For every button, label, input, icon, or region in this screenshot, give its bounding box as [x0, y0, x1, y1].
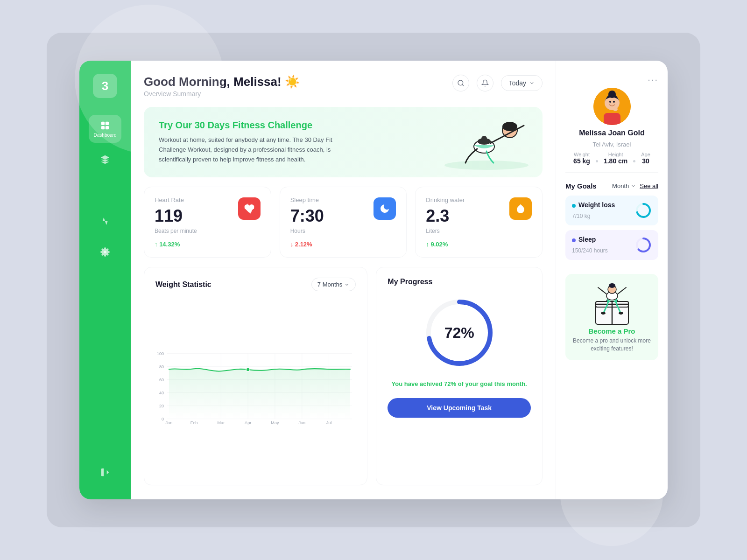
progress-circle: 72%: [422, 295, 497, 370]
svg-text:Jul: Jul: [326, 421, 332, 426]
water-card: Drinking water 2.3 Liters ↑ 9.02%: [415, 187, 543, 258]
heart-rate-icon: [238, 197, 261, 220]
yoga-illustration: [412, 107, 543, 172]
svg-rect-1: [106, 121, 109, 125]
goal-sleep-name: Sleep: [578, 236, 596, 243]
banner-description: Workout at home, suited for anybody at a…: [159, 135, 336, 164]
svg-rect-0: [101, 121, 105, 125]
greeting: Good Morning, Melissa! ☀️: [144, 75, 300, 89]
svg-point-48: [613, 107, 618, 111]
avatar-svg: [593, 88, 631, 125]
goals-section: My Goals Month See all Weight l: [565, 182, 658, 265]
svg-point-44: [608, 91, 616, 98]
heart-rate-change: ↑ 14.32%: [155, 241, 261, 248]
pro-illustration: [573, 281, 651, 323]
goal-sleep-dot: [572, 238, 576, 242]
stat-dot-1: [596, 160, 598, 162]
banner-title: Try Our 30 Days Fitness Challenge: [159, 120, 336, 131]
dashboard-icon: [100, 120, 110, 131]
svg-text:0: 0: [162, 417, 164, 421]
sidebar-bottom: [89, 458, 121, 486]
stat-dot-2: [633, 160, 635, 162]
pro-card: Become a Pro Become a pro and unlock mor…: [565, 274, 658, 360]
progress-description: You have achived 72% of your goal this m…: [392, 379, 527, 389]
sidebar-item-logout[interactable]: [89, 458, 121, 486]
pro-title: Become a Pro: [573, 327, 651, 335]
svg-text:May: May: [271, 421, 279, 426]
goals-chevron-icon: [631, 183, 636, 189]
sleep-sub: Hours: [290, 228, 396, 234]
avatar: [593, 88, 631, 125]
svg-text:Jun: Jun: [298, 421, 305, 426]
svg-point-5: [458, 80, 463, 85]
notifications-button[interactable]: [477, 75, 493, 91]
sidebar-item-nutrition[interactable]: [89, 176, 121, 204]
right-panel: ···: [556, 61, 668, 499]
pro-svg: [579, 279, 645, 326]
svg-text:Jan: Jan: [166, 421, 173, 426]
sidebar-logo[interactable]: 3: [93, 74, 117, 98]
sidebar: 3 Dashboard: [79, 61, 131, 499]
profile-weight-value: 65 kg: [573, 157, 590, 165]
svg-point-45: [609, 101, 611, 103]
progress-title: My Progress: [388, 278, 432, 286]
svg-point-32: [246, 368, 250, 371]
svg-text:40: 40: [159, 391, 164, 395]
profile-name: Melissa Joan Gold: [579, 129, 644, 137]
profile-weight-stat: Weight 65 kg: [573, 152, 590, 165]
svg-point-46: [613, 101, 615, 103]
banner-illustration: [412, 107, 543, 172]
goal-weight-progress: 7/10 kg: [572, 213, 590, 219]
banner-text: Try Our 30 Days Fitness Challenge Workou…: [159, 120, 336, 164]
goals-filter-button[interactable]: Month: [612, 182, 636, 189]
goals-title: My Goals: [565, 182, 597, 190]
weight-chart-svg: 100 80 60 40 20 0: [155, 299, 356, 475]
profile-stats: Weight 65 kg Height 1.80 cm Age 30: [565, 152, 658, 165]
search-icon: [457, 79, 465, 87]
droplet-icon: [515, 203, 526, 214]
sidebar-nav: Dashboard: [89, 115, 121, 455]
svg-text:80: 80: [159, 364, 164, 369]
profile-weight-label: Weight: [574, 152, 590, 157]
subtitle: Overview Summary: [144, 90, 300, 98]
water-sub: Liters: [426, 228, 532, 234]
header: Good Morning, Melissa! ☀️ Overview Summa…: [144, 75, 543, 98]
profile-age-label: Age: [641, 152, 650, 157]
profile-location: Tel Aviv, Israel: [593, 141, 631, 148]
search-button[interactable]: [452, 75, 469, 91]
chart-title: Weight Statistic: [155, 280, 211, 289]
chart-filter-button[interactable]: 7 Months: [311, 278, 356, 291]
sidebar-item-dashboard[interactable]: Dashboard: [89, 115, 121, 143]
sleep-card: Sleep time 7:30 Hours ↓ 2.12%: [280, 187, 407, 258]
today-filter-button[interactable]: Today: [501, 75, 543, 91]
heart-icon: [244, 203, 255, 214]
svg-rect-2: [101, 126, 105, 129]
logout-icon: [100, 467, 110, 477]
goals-see-all-link[interactable]: See all: [640, 182, 658, 189]
main-content: Good Morning, Melissa! ☀️ Overview Summa…: [131, 61, 556, 499]
profile-height-value: 1.80 cm: [604, 157, 627, 165]
goal-item-weight-loss: Weight loss 7/10 kg: [565, 196, 658, 225]
svg-line-61: [618, 287, 626, 294]
view-upcoming-task-button[interactable]: View Upcoming Task: [388, 398, 531, 418]
sidebar-item-settings[interactable]: [89, 238, 121, 266]
profile-height-stat: Height 1.80 cm: [604, 152, 627, 165]
sidebar-item-workouts[interactable]: [89, 146, 121, 174]
chevron-down-icon: [529, 80, 535, 86]
weight-chart-card: Weight Statistic 7 Months 100 80 60 40: [144, 267, 367, 485]
header-right: Today: [452, 75, 543, 91]
svg-text:Apr: Apr: [245, 421, 251, 426]
goal-sleep-progress: 150/240 hours: [572, 247, 608, 254]
profile-more-button[interactable]: ···: [648, 75, 658, 84]
settings-icon: [100, 247, 110, 257]
chart-header: Weight Statistic 7 Months: [155, 278, 356, 291]
goal-weight-dot: [572, 204, 576, 208]
svg-text:100: 100: [157, 351, 164, 356]
profile-age-value: 30: [642, 157, 649, 165]
svg-text:Mar: Mar: [218, 421, 225, 426]
svg-point-7: [444, 161, 529, 170]
stats-row: Heart Rate 119 Beats per minute ↑ 14.32%…: [144, 187, 543, 258]
sidebar-item-progress[interactable]: [89, 207, 121, 235]
water-change: ↑ 9.02%: [426, 241, 532, 248]
goal-weight-chart: [635, 202, 652, 219]
